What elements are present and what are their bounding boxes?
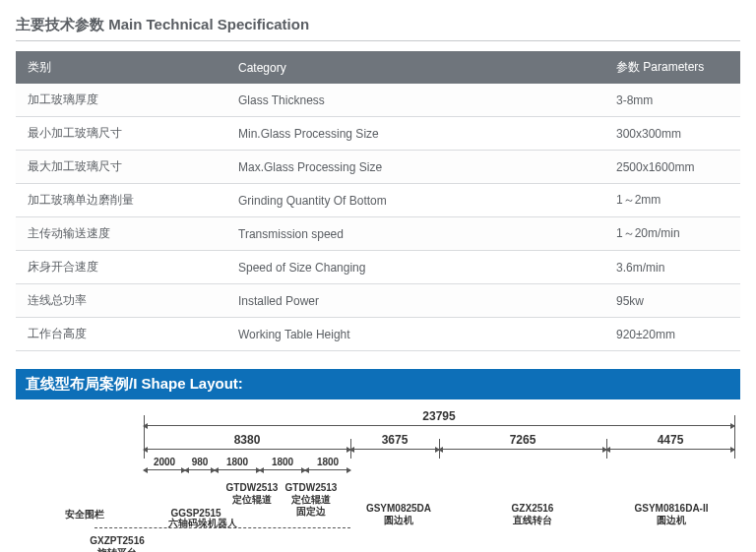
- cell-val: 3.6m/min: [604, 251, 740, 284]
- cell-en: Min.Glass Processing Size: [226, 117, 604, 151]
- cell-val: 95kw: [604, 284, 740, 318]
- layout-diagram: 23795 8380 3675 7265 4475 2000 980 1800 …: [16, 409, 740, 552]
- cell-en: Transmission speed: [226, 217, 604, 251]
- dim-sub-2: 1800: [226, 457, 248, 467]
- dim-seg-1: 3675: [382, 433, 409, 447]
- cell-cn: 床身开合速度: [16, 251, 226, 284]
- dim-sub-4: 1800: [317, 457, 339, 467]
- dim-seg-2: 7265: [510, 433, 536, 447]
- lbl-pos-roller2-ext: 固定边: [282, 506, 341, 518]
- cell-en: Speed of Size Changing: [226, 251, 604, 284]
- cell-cn: 连线总功率: [16, 284, 226, 318]
- cell-en: Working Table Height: [226, 318, 604, 351]
- lbl-turntable-code: GZX2516: [498, 503, 567, 515]
- dim-sub-3: 1800: [272, 457, 293, 467]
- th-parameters: 参数 Parameters: [604, 51, 740, 84]
- cell-cn: 加工玻璃单边磨削量: [16, 184, 226, 217]
- dim-seg-0: 8380: [234, 433, 261, 447]
- dim-total: 23795: [422, 409, 455, 423]
- table-row: 加工玻璃单边磨削量Grinding Quantity Of Bottom1～2m…: [16, 184, 740, 217]
- dim-sub-0: 2000: [154, 457, 175, 467]
- table-row: 工作台高度Working Table Height920±20mm: [16, 318, 740, 351]
- cell-en: Installed Power: [226, 284, 604, 318]
- lbl-pos-roller-cn: 定位辊道: [222, 494, 282, 506]
- layout-title-bar: 直线型布局案例/I Shape Layout:: [16, 369, 740, 399]
- table-row: 最大加工玻璃尺寸Max.Glass Processing Size2500x16…: [16, 151, 740, 184]
- cell-val: 2500x1600mm: [604, 151, 740, 184]
- cell-val: 300x300mm: [604, 117, 740, 151]
- dim-sub-1: 980: [192, 457, 209, 467]
- lbl-edger2-code: GSYM0816DA-II: [622, 503, 721, 515]
- lbl-pos-roller2-code: GTDW2513: [282, 482, 341, 494]
- cell-val: 3-8mm: [604, 84, 740, 117]
- spec-table: 类别 Category 参数 Parameters 加工玻璃厚度Glass Th…: [16, 51, 740, 351]
- lbl-rot-cn: 旋转平台: [85, 547, 150, 552]
- table-row: 加工玻璃厚度Glass Thickness3-8mm: [16, 84, 740, 117]
- th-category-en: Category: [226, 51, 604, 84]
- lbl-pos-roller-code: GTDW2513: [222, 482, 282, 494]
- cell-val: 1～2mm: [604, 184, 740, 217]
- table-row: 最小加工玻璃尺寸Min.Glass Processing Size300x300…: [16, 117, 740, 151]
- table-row: 连线总功率Installed Power95kw: [16, 284, 740, 318]
- section-title: 主要技术参数 Main Technical Specification: [16, 16, 740, 41]
- cell-en: Glass Thickness: [226, 84, 604, 117]
- cell-en: Max.Glass Processing Size: [226, 151, 604, 184]
- cell-cn: 最小加工玻璃尺寸: [16, 117, 226, 151]
- cell-cn: 主传动输送速度: [16, 217, 226, 251]
- lbl-edger2-cn: 圆边机: [622, 515, 721, 526]
- lbl-edger1-cn: 圆边机: [360, 515, 437, 526]
- cell-cn: 最大加工玻璃尺寸: [16, 151, 226, 184]
- cell-cn: 加工玻璃厚度: [16, 84, 226, 117]
- cell-val: 920±20mm: [604, 318, 740, 351]
- cell-val: 1～20m/min: [604, 217, 740, 251]
- cell-en: Grinding Quantity Of Bottom: [226, 184, 604, 217]
- lbl-pos-roller2-cn: 定位辊道: [282, 494, 341, 506]
- table-row: 主传动输送速度Transmission speed1～20m/min: [16, 217, 740, 251]
- table-row: 床身开合速度Speed of Size Changing3.6m/min: [16, 251, 740, 284]
- lbl-turntable-cn: 直线转台: [498, 515, 567, 526]
- dim-seg-3: 4475: [658, 433, 684, 447]
- th-category-cn: 类别: [16, 51, 226, 84]
- lbl-edger1-code: GSYM0825DA: [360, 503, 437, 515]
- lbl-rot-code: GXZPT2516: [85, 535, 150, 547]
- cell-cn: 工作台高度: [16, 318, 226, 351]
- lbl-fence-top: 安全围栏: [65, 508, 104, 521]
